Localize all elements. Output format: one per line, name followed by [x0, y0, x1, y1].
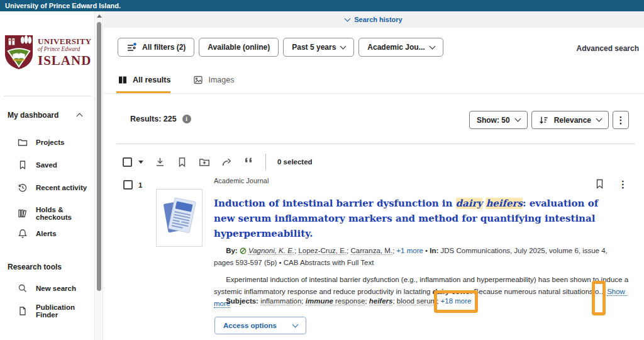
subjects-label: Subjects:: [226, 297, 260, 305]
results-count: Results: 225 i: [130, 115, 191, 123]
institution-bar: University of Prince Edward Island.: [0, 0, 644, 11]
book-icon: [118, 75, 128, 85]
upei-crest-icon: [4, 34, 34, 71]
sidebar-section-research-tools: Research tools: [8, 261, 62, 272]
title-text: Induction of intestinal barrier dysfunct…: [214, 198, 456, 209]
results-main: Search history All filters (2) Available…: [104, 11, 644, 340]
bell-icon: [18, 229, 28, 239]
research-tools-label: Research tools: [8, 263, 62, 271]
search-term-highlight: dairy: [456, 198, 483, 209]
results-tabs: All results Images: [118, 75, 234, 85]
sidebar-item-alerts[interactable]: Alerts: [18, 229, 57, 239]
sidebar-item-label: Recent activity: [36, 184, 87, 191]
author-link[interactable]: Lopez-Cruz, E.: [298, 247, 347, 255]
tab-all-results[interactable]: All results: [118, 75, 170, 85]
sidebar-item-projects[interactable]: Projects: [18, 137, 64, 147]
access-options-label: Access options: [223, 322, 277, 329]
article-thumbnail-icon: [158, 192, 200, 244]
sidebar-item-saved[interactable]: Saved: [18, 160, 57, 170]
page: University of Prince Edward Island. UNIV…: [0, 0, 644, 340]
wordmark-line1: UNIVERSITY: [38, 37, 92, 45]
subject-link[interactable]: heifers: [369, 297, 393, 305]
select-all-checkbox[interactable]: [123, 157, 132, 167]
image-icon: [193, 75, 203, 85]
sidebar-item-label: Saved: [36, 161, 57, 169]
result-thumbnail[interactable]: [156, 189, 203, 247]
chevron-down-icon: [429, 43, 435, 49]
tab-label: Images: [208, 76, 234, 84]
my-dashboard-label: My dashboard: [8, 111, 58, 120]
search-term-highlight: heifers: [486, 198, 523, 209]
results-overflow-menu-button[interactable]: ⋮: [613, 111, 629, 129]
chip-label: All filters (2): [142, 43, 186, 52]
search-history-toggle[interactable]: Search history: [345, 16, 402, 23]
search-icon: [18, 283, 28, 293]
sidebar-item-publication-finder[interactable]: Publication Finder: [18, 303, 94, 319]
sidebar-section-my-dashboard[interactable]: My dashboard: [8, 111, 82, 120]
chevron-down-icon: [345, 15, 351, 21]
results-count-label: Results: 225: [130, 115, 177, 123]
subject-link[interactable]: immune response: [306, 297, 365, 305]
chevron-down-icon: [340, 43, 347, 49]
download-icon[interactable]: [155, 157, 165, 167]
wordmark-line2: of Prince Edward: [38, 47, 92, 53]
vertical-scrollbar[interactable]: [94, 11, 103, 340]
scrollbar-up-arrow[interactable]: [97, 14, 102, 18]
source-type-chip[interactable]: Academic Jou...: [358, 38, 443, 57]
available-online-chip[interactable]: Available (online): [199, 38, 279, 57]
select-dropdown-caret[interactable]: [138, 161, 143, 164]
cite-icon[interactable]: [243, 157, 254, 167]
history-icon: [18, 183, 28, 193]
subject-link[interactable]: inflammation: [260, 297, 301, 305]
result-checkbox-row: 1: [123, 180, 142, 190]
chip-label: Past 5 years: [292, 43, 336, 52]
scrollbar-thumb[interactable]: [97, 22, 101, 291]
books-icon: [18, 208, 28, 218]
sidebar: UNIVERSITY of Prince Edward ISLAND My da…: [0, 11, 94, 340]
share-icon[interactable]: [221, 157, 232, 167]
author-link[interactable]: Carranza, M.: [350, 247, 392, 255]
bookmark-icon[interactable]: [595, 179, 604, 189]
show-per-page-dropdown[interactable]: Show: 50: [469, 111, 528, 129]
author-link[interactable]: Vagnoni, K. E.: [248, 247, 294, 255]
bulk-actions-toolbar: 0 selected: [123, 154, 313, 170]
info-icon[interactable]: i: [182, 115, 191, 123]
chevron-down-icon: [514, 116, 521, 122]
sidebar-item-recent-activity[interactable]: Recent activity: [18, 183, 87, 193]
institution-name: University of Prince Edward Island.: [5, 2, 121, 9]
sidebar-divider: [4, 96, 91, 96]
upei-logo: UNIVERSITY of Prince Edward ISLAND: [4, 34, 92, 71]
tabs-divider: [104, 93, 644, 94]
document-icon: [18, 306, 28, 316]
results-divider: [116, 144, 635, 144]
upei-wordmark: UNIVERSITY of Prince Edward ISLAND: [38, 37, 92, 67]
bookmark-icon[interactable]: [177, 157, 187, 167]
kebab-icon: ⋮: [616, 115, 626, 125]
filter-chip-row: All filters (2) Available (online) Past …: [118, 38, 443, 57]
search-history-label: Search history: [354, 16, 402, 23]
sidebar-item-label: Projects: [36, 139, 64, 146]
subject-link[interactable]: blood serum: [397, 297, 436, 305]
tab-images[interactable]: Images: [193, 75, 234, 85]
kebab-icon[interactable]: ⋮: [618, 179, 628, 189]
advanced-search-link[interactable]: Advanced search: [577, 44, 639, 53]
folder-icon: [18, 137, 28, 147]
chevron-down-icon: [596, 116, 602, 122]
date-range-chip[interactable]: Past 5 years: [283, 38, 354, 57]
wordmark-line3: ISLAND: [38, 54, 92, 67]
sidebar-item-new-search[interactable]: New search: [18, 283, 76, 293]
access-options-button[interactable]: Access options: [214, 317, 306, 334]
sort-controls: Show: 50 Relevance ⋮: [469, 111, 629, 129]
sidebar-item-holds-checkouts[interactable]: Holds & checkouts: [18, 206, 94, 221]
more-authors-link[interactable]: +1 more: [396, 247, 423, 254]
more-subjects-link[interactable]: +18 more: [441, 297, 472, 305]
filter-sliders-icon: [126, 42, 137, 53]
result-index: 1: [138, 181, 142, 189]
all-filters-button[interactable]: All filters (2): [118, 38, 194, 57]
result-checkbox[interactable]: [123, 180, 133, 190]
sort-dropdown[interactable]: Relevance: [531, 111, 609, 129]
chip-label: Available (online): [208, 43, 270, 52]
search-header-band: Search history: [104, 11, 644, 28]
add-to-project-icon[interactable]: [199, 157, 210, 167]
sort-value: Relevance: [554, 116, 591, 125]
